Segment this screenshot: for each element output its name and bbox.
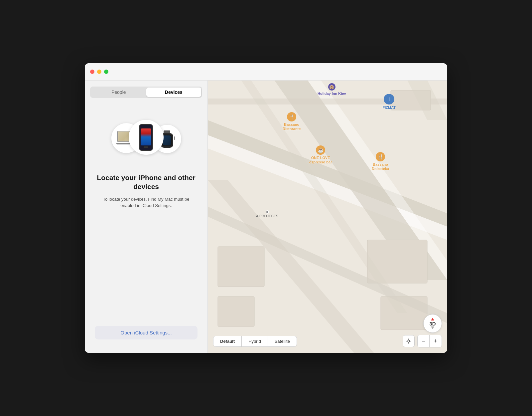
holiday-inn-label: Holiday Inn Kiev <box>318 92 346 96</box>
sidebar-text-area: Locate your iPhone and other devices To … <box>85 173 207 209</box>
location-button[interactable] <box>403 335 415 347</box>
poi-bassano-ristorante[interactable]: 🍴 BassanoRistorante <box>283 112 301 131</box>
tab-people[interactable]: People <box>91 88 146 97</box>
small-marker-a-projects: A PROJECTS <box>256 210 278 218</box>
3d-button[interactable]: 3D <box>423 314 442 333</box>
zoom-in-button[interactable]: + <box>430 335 442 347</box>
poi-holiday-inn[interactable]: 🏨 Holiday Inn Kiev <box>318 83 346 96</box>
poi-fizmat[interactable]: i FIZMAT <box>382 94 396 110</box>
bassano-ristorante-label: BassanoRistorante <box>283 122 301 131</box>
close-button[interactable] <box>90 70 94 74</box>
compass-south-arrow <box>431 326 434 329</box>
bassano-dolceteka-pin-icon: 🍴 <box>376 152 385 161</box>
open-icloud-settings-button[interactable]: Open iCloud Settings... <box>95 326 198 339</box>
zoom-out-button[interactable]: − <box>418 335 430 347</box>
locate-devices-description: To locate your devices, Find My Mac must… <box>95 196 198 209</box>
map-type-satellite[interactable]: Satellite <box>268 336 297 346</box>
sidebar: People Devices <box>85 81 208 353</box>
a-projects-dot <box>266 210 269 214</box>
tab-switcher: People Devices <box>90 87 202 98</box>
minimize-button[interactable] <box>97 70 101 74</box>
bassano-dolceteka-label: BassanoDolceteka <box>372 162 389 171</box>
phone-icon <box>139 124 153 151</box>
find-my-window: People Devices <box>85 63 447 353</box>
compass-north-arrow <box>431 318 434 320</box>
one-love-label: ONE LOVEespresso bar <box>309 156 332 164</box>
devices-illustration <box>110 120 183 163</box>
map-type-hybrid[interactable]: Hybrid <box>242 336 268 346</box>
sidebar-footer: Open iCloud Settings... <box>85 326 207 353</box>
main-content: People Devices <box>85 81 447 353</box>
poi-one-love[interactable]: ☕ ONE LOVEespresso bar <box>309 145 332 164</box>
fizmat-pin-icon: i <box>384 94 394 104</box>
tab-devices[interactable]: Devices <box>146 88 201 97</box>
svg-point-15 <box>408 340 410 342</box>
fizmat-label: FIZMAT <box>382 105 396 110</box>
holiday-inn-pin-icon: 🏨 <box>328 83 335 91</box>
traffic-lights <box>90 70 108 74</box>
map-controls-bottom: Default Hybrid Satellite − <box>208 335 447 347</box>
zoom-controls: − + <box>417 335 442 347</box>
fullscreen-button[interactable] <box>104 70 108 74</box>
map-svg <box>208 81 447 353</box>
titlebar <box>85 63 447 81</box>
svg-rect-9 <box>218 247 264 287</box>
map-area: 🏨 Holiday Inn Kiev i FIZMAT 🍴 BassanoRis… <box>208 81 447 353</box>
map-type-switcher: Default Hybrid Satellite <box>213 336 297 347</box>
a-projects-label: A PROJECTS <box>256 214 278 218</box>
3d-label: 3D <box>429 321 436 326</box>
bassano-ristorante-pin-icon: 🍴 <box>287 112 296 121</box>
one-love-pin-icon: ☕ <box>316 145 325 155</box>
locate-devices-title: Locate your iPhone and other devices <box>95 173 198 191</box>
map-controls-right: − + <box>403 335 442 347</box>
location-icon <box>406 338 412 344</box>
phone-bubble <box>129 120 164 155</box>
svg-rect-10 <box>218 297 254 326</box>
map-type-default[interactable]: Default <box>213 336 242 346</box>
poi-bassano-dolceteka[interactable]: 🍴 BassanoDolceteka <box>372 152 389 171</box>
